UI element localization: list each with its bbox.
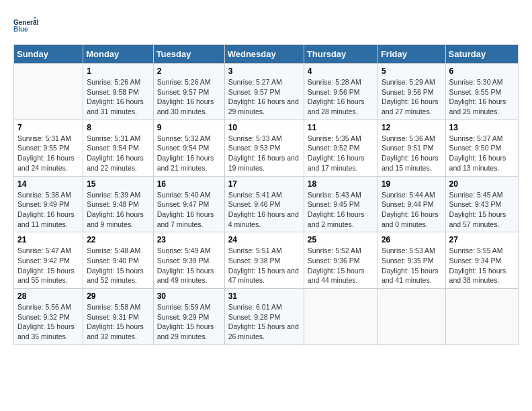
calendar-week-row: 28Sunrise: 5:56 AMSunset: 9:32 PMDayligh… [14,289,519,345]
calendar-cell: 18Sunrise: 5:43 AMSunset: 9:45 PMDayligh… [304,176,378,232]
day-number: 15 [87,179,149,189]
calendar-week-row: 21Sunrise: 5:47 AMSunset: 9:42 PMDayligh… [14,232,519,289]
column-header-monday: Monday [83,45,153,64]
calendar-cell: 25Sunrise: 5:52 AMSunset: 9:36 PMDayligh… [304,232,378,289]
calendar-cell: 26Sunrise: 5:53 AMSunset: 9:35 PMDayligh… [378,232,445,289]
day-info: Sunrise: 5:32 AMSunset: 9:54 PMDaylight:… [157,134,221,173]
day-number: 28 [17,291,79,301]
day-info: Sunrise: 5:38 AMSunset: 9:49 PMDaylight:… [17,190,79,230]
day-info: Sunrise: 5:26 AMSunset: 9:58 PMDaylight:… [87,77,149,117]
svg-text:Blue: Blue [13,26,28,33]
day-number: 9 [157,123,221,132]
day-info: Sunrise: 5:43 AMSunset: 9:45 PMDaylight:… [308,190,374,230]
day-info: Sunrise: 5:28 AMSunset: 9:56 PMDaylight:… [308,77,374,117]
calendar-cell: 22Sunrise: 5:48 AMSunset: 9:40 PMDayligh… [83,232,153,289]
svg-text:General: General [13,19,38,26]
day-number: 8 [87,123,149,132]
day-number: 11 [308,123,374,132]
calendar-cell: 8Sunrise: 5:31 AMSunset: 9:54 PMDaylight… [83,120,153,176]
day-info: Sunrise: 5:31 AMSunset: 9:54 PMDaylight:… [87,134,149,173]
day-number: 29 [87,291,149,301]
calendar-week-row: 14Sunrise: 5:38 AMSunset: 9:49 PMDayligh… [14,176,519,232]
calendar-cell: 28Sunrise: 5:56 AMSunset: 9:32 PMDayligh… [14,289,83,345]
day-number: 1 [87,66,149,76]
calendar-cell: 14Sunrise: 5:38 AMSunset: 9:49 PMDayligh… [14,176,83,232]
day-number: 5 [382,66,442,76]
day-number: 2 [157,66,221,76]
calendar-cell: 29Sunrise: 5:58 AMSunset: 9:31 PMDayligh… [83,289,153,345]
day-info: Sunrise: 5:41 AMSunset: 9:46 PMDaylight:… [228,190,300,230]
calendar-cell: 27Sunrise: 5:55 AMSunset: 9:34 PMDayligh… [445,232,518,289]
calendar-cell: 5Sunrise: 5:29 AMSunset: 9:56 PMDaylight… [378,64,445,120]
svg-marker-2 [33,17,36,19]
calendar-cell: 23Sunrise: 5:49 AMSunset: 9:39 PMDayligh… [153,232,224,289]
column-header-saturday: Saturday [445,45,518,64]
day-info: Sunrise: 5:39 AMSunset: 9:48 PMDaylight:… [87,190,149,230]
day-info: Sunrise: 5:58 AMSunset: 9:31 PMDaylight:… [87,302,149,342]
day-info: Sunrise: 5:37 AMSunset: 9:50 PMDaylight:… [449,134,515,173]
day-number: 20 [449,179,515,189]
calendar-cell: 31Sunrise: 6:01 AMSunset: 9:28 PMDayligh… [224,289,304,345]
calendar-cell [378,289,445,345]
calendar-table: SundayMondayTuesdayWednesdayThursdayFrid… [13,44,519,345]
day-info: Sunrise: 5:31 AMSunset: 9:55 PMDaylight:… [17,134,79,173]
logo-icon: GeneralBlue [13,13,40,38]
logo: GeneralBlue [13,13,40,38]
calendar-cell: 4Sunrise: 5:28 AMSunset: 9:56 PMDaylight… [304,64,378,120]
calendar-cell: 21Sunrise: 5:47 AMSunset: 9:42 PMDayligh… [14,232,83,289]
calendar-cell: 9Sunrise: 5:32 AMSunset: 9:54 PMDaylight… [153,120,224,176]
day-info: Sunrise: 5:26 AMSunset: 9:57 PMDaylight:… [157,77,221,117]
column-header-sunday: Sunday [14,45,83,64]
day-info: Sunrise: 5:27 AMSunset: 9:57 PMDaylight:… [228,77,300,117]
calendar-cell: 13Sunrise: 5:37 AMSunset: 9:50 PMDayligh… [445,120,518,176]
column-header-wednesday: Wednesday [224,45,304,64]
calendar-cell: 2Sunrise: 5:26 AMSunset: 9:57 PMDaylight… [153,64,224,120]
day-number: 22 [87,235,149,244]
day-info: Sunrise: 5:55 AMSunset: 9:34 PMDaylight:… [449,246,515,285]
calendar-cell: 24Sunrise: 5:51 AMSunset: 9:38 PMDayligh… [224,232,304,289]
day-info: Sunrise: 6:01 AMSunset: 9:28 PMDaylight:… [228,302,300,342]
day-info: Sunrise: 5:53 AMSunset: 9:35 PMDaylight:… [382,246,442,285]
calendar-cell: 17Sunrise: 5:41 AMSunset: 9:46 PMDayligh… [224,176,304,232]
day-info: Sunrise: 5:47 AMSunset: 9:42 PMDaylight:… [17,246,79,285]
calendar-cell: 12Sunrise: 5:36 AMSunset: 9:51 PMDayligh… [378,120,445,176]
calendar-cell: 30Sunrise: 5:59 AMSunset: 9:29 PMDayligh… [153,289,224,345]
day-info: Sunrise: 5:36 AMSunset: 9:51 PMDaylight:… [382,134,442,173]
page-header: GeneralBlue [13,13,519,38]
day-number: 26 [382,235,442,244]
calendar-cell: 3Sunrise: 5:27 AMSunset: 9:57 PMDaylight… [224,64,304,120]
calendar-cell: 7Sunrise: 5:31 AMSunset: 9:55 PMDaylight… [14,120,83,176]
column-header-friday: Friday [378,45,445,64]
day-info: Sunrise: 5:59 AMSunset: 9:29 PMDaylight:… [157,302,221,342]
calendar-cell: 10Sunrise: 5:33 AMSunset: 9:53 PMDayligh… [224,120,304,176]
day-info: Sunrise: 5:45 AMSunset: 9:43 PMDaylight:… [449,190,515,230]
day-number: 23 [157,235,221,244]
calendar-cell: 15Sunrise: 5:39 AMSunset: 9:48 PMDayligh… [83,176,153,232]
calendar-cell [14,64,83,120]
day-info: Sunrise: 5:52 AMSunset: 9:36 PMDaylight:… [308,246,374,285]
day-number: 3 [228,66,300,76]
day-info: Sunrise: 5:33 AMSunset: 9:53 PMDaylight:… [228,134,300,173]
day-number: 21 [17,235,79,244]
day-info: Sunrise: 5:48 AMSunset: 9:40 PMDaylight:… [87,246,149,285]
day-number: 7 [17,123,79,132]
day-info: Sunrise: 5:29 AMSunset: 9:56 PMDaylight:… [382,77,442,117]
day-info: Sunrise: 5:51 AMSunset: 9:38 PMDaylight:… [228,246,300,285]
column-header-thursday: Thursday [304,45,378,64]
day-number: 31 [228,291,300,301]
day-number: 6 [449,66,515,76]
calendar-cell: 11Sunrise: 5:35 AMSunset: 9:52 PMDayligh… [304,120,378,176]
day-number: 13 [449,123,515,132]
day-number: 18 [308,179,374,189]
calendar-cell: 19Sunrise: 5:44 AMSunset: 9:44 PMDayligh… [378,176,445,232]
calendar-cell [445,289,518,345]
calendar-cell: 1Sunrise: 5:26 AMSunset: 9:58 PMDaylight… [83,64,153,120]
day-info: Sunrise: 5:35 AMSunset: 9:52 PMDaylight:… [308,134,374,173]
column-header-tuesday: Tuesday [153,45,224,64]
day-info: Sunrise: 5:44 AMSunset: 9:44 PMDaylight:… [382,190,442,230]
calendar-week-row: 7Sunrise: 5:31 AMSunset: 9:55 PMDaylight… [14,120,519,176]
day-number: 27 [449,235,515,244]
day-info: Sunrise: 5:49 AMSunset: 9:39 PMDaylight:… [157,246,221,285]
day-info: Sunrise: 5:56 AMSunset: 9:32 PMDaylight:… [17,302,79,342]
calendar-week-row: 1Sunrise: 5:26 AMSunset: 9:58 PMDaylight… [14,64,519,120]
